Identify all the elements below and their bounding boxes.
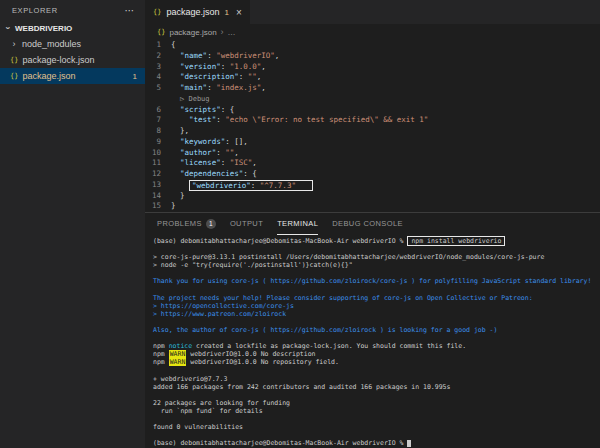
code-line: 4 "description": "",: [145, 72, 600, 83]
code-token: "description": [180, 72, 239, 83]
terminal-line: [153, 286, 600, 294]
code-token: "test": [189, 115, 216, 126]
terminal-line: [153, 391, 600, 399]
tab-label: package.json: [166, 7, 219, 17]
panel-tab-label: PROBLEMS: [157, 219, 202, 228]
line-number: 9: [145, 137, 171, 148]
sidebar-folder-webdriverio[interactable]: › WEBDRIVERIO: [0, 20, 145, 36]
code-token: "license": [180, 158, 221, 169]
breadcrumb: {} package.json › …: [145, 24, 600, 40]
code-line: 3 "version": "1.0.0",: [145, 62, 600, 73]
code-token: [171, 158, 180, 169]
terminal-line: Also, the author of core-js ( https://gi…: [153, 326, 600, 334]
code-line: 12 "dependencies": {: [145, 169, 600, 180]
sidebar-item-node_modules[interactable]: ›node_modules: [0, 36, 145, 52]
problems-count-badge: 1: [206, 219, 216, 229]
panel-tab-bar: PROBLEMS1OUTPUTTERMINALDEBUG CONSOLE: [145, 213, 600, 235]
sidebar-item-package.json[interactable]: {}package.json1: [0, 68, 145, 84]
code-token: "": [225, 148, 234, 159]
line-number: 15: [145, 201, 171, 212]
panel-tab-terminal[interactable]: TERMINAL: [277, 213, 318, 235]
terminal-text: The project needs your help! Please cons…: [153, 294, 533, 302]
breadcrumb-file[interactable]: package.json: [169, 28, 216, 37]
code-token: ,: [257, 72, 262, 83]
chevron-right-icon: ›: [10, 39, 18, 49]
line-number: 7: [145, 115, 171, 126]
file-name: node_modules: [22, 39, 81, 49]
code-token: "^7.7.3": [260, 181, 296, 190]
code-token: [171, 83, 180, 94]
problems-badge: 1: [133, 72, 137, 81]
code-token: "dependencies": [180, 169, 243, 180]
file-name: package-lock.json: [22, 55, 94, 65]
terminal-text: added 166 packages from 242 contributors…: [153, 383, 450, 391]
tab-package-json[interactable]: {} package.json 1 ×: [145, 0, 250, 24]
code-token: :: [207, 83, 216, 94]
code-token: :: [216, 148, 225, 159]
workspace-folder-name: WEBDRIVERIO: [15, 24, 72, 33]
code-token: "scripts": [180, 105, 221, 116]
terminal-text: created a lockfile as package-lock.json.…: [192, 342, 466, 350]
code-token: }: [171, 201, 176, 212]
debug-codelens[interactable]: ▷ Debug: [180, 94, 210, 105]
terminal-line: npm WARN webdriverIO@1.0.0 No descriptio…: [153, 350, 600, 358]
file-name: package.json: [22, 71, 75, 81]
terminal-text: 22 packages are looking for funding: [153, 399, 290, 407]
code-line: 7 "test": "echo \"Error: no test specifi…: [145, 115, 600, 126]
code-line: 9 "keywords": [],: [145, 137, 600, 148]
terminal-line: [153, 334, 600, 342]
line-number: 6: [145, 105, 171, 116]
code-line: 5 "main": "index.js",: [145, 83, 600, 94]
breadcrumb-symbol[interactable]: …: [228, 28, 236, 37]
code-token: :: [216, 115, 225, 126]
code-token: "ISC": [230, 158, 253, 169]
code-token: ,: [252, 158, 257, 169]
code-token: "index.js": [216, 83, 261, 94]
terminal-line: [153, 245, 600, 253]
more-actions-icon[interactable]: ⋯: [124, 5, 135, 16]
code-token: [171, 148, 180, 159]
terminal-line: The project needs your help! Please cons…: [153, 294, 600, 302]
code-token: [171, 115, 189, 126]
code-token: "version": [180, 62, 221, 73]
code-token: {: [171, 40, 176, 51]
terminal-line: 22 packages are looking for funding: [153, 399, 600, 407]
code-line: 1{: [145, 40, 600, 51]
sidebar-item-package-lock.json[interactable]: {}package-lock.json: [0, 52, 145, 68]
line-number: [145, 94, 171, 105]
code-token: "keywords": [180, 137, 225, 148]
code-token: "main": [180, 83, 207, 94]
panel-tab-output[interactable]: OUTPUT: [230, 213, 263, 235]
line-number: 5: [145, 83, 171, 94]
code-line: 13 "webdriverio": "^7.7.3": [145, 180, 600, 191]
code-line: 15}: [145, 201, 600, 212]
panel-tab-label: OUTPUT: [230, 219, 263, 228]
terminal-text: > core-js-pure@3.13.1 postinstall /Users…: [153, 253, 544, 261]
terminal-line: npm WARN webdriverIO@1.0.0 No repository…: [153, 358, 600, 366]
code-token: [171, 94, 180, 105]
code-token: :: [239, 72, 248, 83]
close-icon[interactable]: ×: [236, 7, 242, 18]
code-token: },: [171, 126, 189, 137]
terminal-text: > node -e "try{require('./postinstall')}…: [153, 261, 353, 269]
terminal-text: webdriverIO@1.0.0 No repository field.: [186, 358, 339, 366]
chevron-right-icon: ›: [221, 27, 224, 37]
terminal-text: run `npm fund` for details: [153, 407, 263, 415]
terminal-line: (base) debomitabhattacharjee@Debomitas-M…: [153, 237, 600, 245]
code-line: 14 }: [145, 191, 600, 202]
code-token: "author": [180, 148, 216, 159]
code-editor[interactable]: 1{2 "name": "webdriverIO",3 "version": "…: [145, 40, 600, 212]
editor-tab-bar: {} package.json 1 ×: [145, 0, 600, 24]
code-line: 11 "license": "ISC",: [145, 158, 600, 169]
line-number: 4: [145, 72, 171, 83]
terminal-text: Also, the author of core-js ( https://gi…: [153, 326, 497, 334]
json-file-icon: {}: [10, 56, 18, 64]
code-token: [171, 62, 180, 73]
terminal-output[interactable]: (base) debomitabhattacharjee@Debomitas-M…: [145, 235, 600, 448]
terminal-text: notice: [169, 342, 192, 350]
explorer-file-list: ›node_modules{}package-lock.json{}packag…: [0, 36, 145, 84]
terminal-line: [153, 318, 600, 326]
panel-tab-debug-console[interactable]: DEBUG CONSOLE: [332, 213, 403, 235]
tab-problems-badge: 1: [224, 8, 228, 17]
panel-tab-problems[interactable]: PROBLEMS1: [157, 213, 216, 235]
